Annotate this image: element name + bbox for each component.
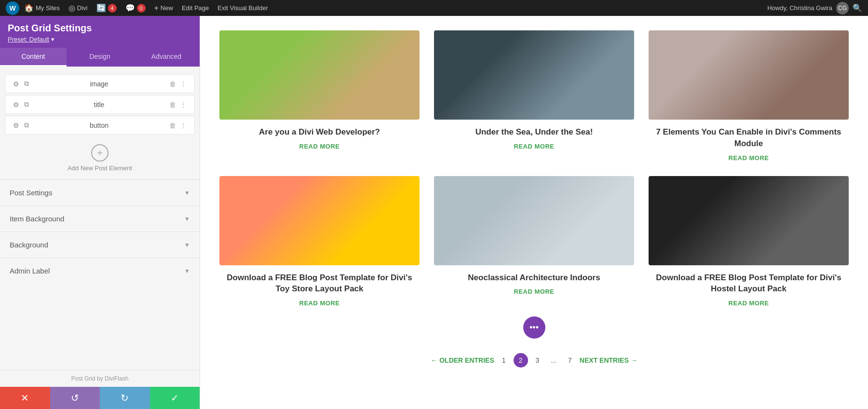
accordion-item-background[interactable]: Item Background ▼ (0, 205, 200, 232)
admin-bar-right: Howdy, Christina Gwira CG 🔍 (767, 2, 862, 14)
accordion-header-admin-label[interactable]: Admin Label ▼ (0, 258, 200, 284)
accordion-header-background[interactable]: Background ▼ (0, 232, 200, 258)
post-title-1: Are you a Divi Web Developer? (259, 126, 380, 138)
comments-item[interactable]: 💬 0 (122, 0, 149, 16)
post-card-3: 7 Elements You Can Enable in Divi's Comm… (649, 30, 849, 162)
post-card-4: Download a FREE Blog Post Template for D… (219, 176, 420, 307)
redo-button[interactable]: ↻ (100, 387, 150, 409)
post-title-6: Download a FREE Blog Post Template for D… (649, 272, 849, 295)
admin-label-label: Admin Label (10, 267, 50, 275)
tab-advanced[interactable]: Advanced (133, 48, 200, 67)
element-row-title[interactable]: ⚙ ⧉ title 🗑 ⋮ (5, 95, 195, 114)
add-circle-icon[interactable]: + (91, 144, 108, 162)
exit-builder-label: Exit Visual Builder (217, 4, 268, 12)
read-more-4[interactable]: READ MORE (299, 300, 340, 307)
element-row-button[interactable]: ⚙ ⧉ button 🗑 ⋮ (5, 116, 195, 135)
read-more-3[interactable]: READ MORE (729, 154, 769, 162)
chevron-item-background: ▼ (184, 216, 190, 222)
settings-button-icon[interactable]: ⚙ (13, 122, 19, 129)
comments-icon: 💬 (125, 3, 135, 13)
delete-image-icon[interactable]: 🗑 (169, 80, 176, 88)
post-card-2: Under the Sea, Under the Sea! READ MORE (434, 30, 634, 162)
read-more-1[interactable]: READ MORE (299, 143, 340, 150)
main-layout: Post Grid Settings Preset: Default ▾ Con… (0, 16, 868, 409)
post-image-4 (219, 176, 420, 265)
chevron-background: ▼ (184, 242, 190, 248)
post-image-2 (434, 30, 634, 120)
sidebar-preset[interactable]: Preset: Default ▾ (8, 36, 192, 43)
sidebar-title: Post Grid Settings (8, 23, 192, 34)
updates-icon: 🔄 (96, 3, 106, 13)
accordion-admin-label[interactable]: Admin Label ▼ (0, 258, 200, 284)
more-icon: ••• (529, 323, 539, 333)
drag-button-icon[interactable]: ⋮ (180, 122, 187, 129)
comments-count: 0 (137, 4, 146, 13)
divi-item[interactable]: ◎ Divi (65, 0, 92, 16)
updates-item[interactable]: 🔄 4 (93, 0, 121, 16)
post-image-6 (649, 176, 849, 265)
accordion-background[interactable]: Background ▼ (0, 232, 200, 258)
page-2-active[interactable]: 2 (514, 353, 528, 368)
element-label-title: title (34, 101, 164, 109)
read-more-6[interactable]: READ MORE (729, 300, 769, 307)
bottom-bar: ✕ ↺ ↻ ✓ (0, 387, 200, 409)
accordion-header-item-background[interactable]: Item Background ▼ (0, 206, 200, 232)
page-ellipsis: ... (547, 354, 560, 366)
copy-icon[interactable]: ⧉ (24, 80, 29, 88)
copy-button-icon[interactable]: ⧉ (24, 121, 29, 129)
post-title-2: Under the Sea, Under the Sea! (475, 126, 593, 138)
older-entries-link[interactable]: ← OLDER ENTRIES (431, 356, 494, 364)
accordion-post-settings[interactable]: Post Settings ▼ (0, 179, 200, 205)
sidebar-tabs: Content Design Advanced (0, 48, 200, 67)
tab-design[interactable]: Design (67, 48, 133, 67)
page-7[interactable]: 7 (564, 354, 576, 366)
more-button[interactable]: ••• (523, 316, 545, 339)
settings-icon[interactable]: ⚙ (13, 80, 19, 88)
my-sites-item[interactable]: 🏠 My Sites (20, 0, 64, 16)
background-label: Background (10, 241, 48, 249)
post-image-1 (219, 30, 420, 120)
save-button[interactable]: ✓ (150, 387, 200, 409)
tab-content[interactable]: Content (0, 48, 67, 67)
save-icon: ✓ (171, 392, 179, 404)
read-more-2[interactable]: READ MORE (514, 143, 555, 150)
add-new-element[interactable]: + Add New Post Element (0, 136, 200, 179)
divi-icon: ◎ (68, 3, 75, 13)
new-item[interactable]: + New (150, 0, 177, 16)
redo-icon: ↻ (121, 392, 129, 404)
settings-title-icon[interactable]: ⚙ (13, 101, 19, 109)
avatar[interactable]: CG (836, 2, 849, 14)
item-background-label: Item Background (10, 215, 64, 223)
drag-image-icon[interactable]: ⋮ (180, 80, 187, 88)
page-1[interactable]: 1 (498, 354, 510, 366)
wp-logo-icon[interactable]: W (6, 1, 19, 15)
element-row-image[interactable]: ⚙ ⧉ image 🗑 ⋮ (5, 74, 195, 93)
read-more-5[interactable]: READ MORE (514, 288, 555, 295)
accordion-header-post-settings[interactable]: Post Settings ▼ (0, 180, 200, 205)
search-icon[interactable]: 🔍 (853, 3, 862, 13)
sidebar-content: ⚙ ⧉ image 🗑 ⋮ ⚙ ⧉ title 🗑 ⋮ ⚙ ⧉ (0, 67, 200, 370)
footer-text: Post Grid by DiviFlash (71, 375, 129, 382)
next-entries-link[interactable]: NEXT ENTRIES → (580, 356, 637, 364)
post-title-3: 7 Elements You Can Enable in Divi's Comm… (649, 126, 849, 150)
plus-icon: + (154, 4, 159, 13)
copy-title-icon[interactable]: ⧉ (24, 100, 29, 109)
exit-builder-item[interactable]: Exit Visual Builder (214, 0, 272, 16)
delete-button-icon[interactable]: 🗑 (169, 122, 176, 129)
post-card-5: Neoclassical Architecture Indoors READ M… (434, 176, 634, 307)
delete-title-icon[interactable]: 🗑 (169, 101, 176, 109)
wp-admin-bar: W 🏠 My Sites ◎ Divi 🔄 4 💬 0 + New Edit P… (0, 0, 868, 16)
undo-icon: ↺ (71, 392, 79, 404)
add-element-label: Add New Post Element (68, 164, 132, 172)
my-sites-label: My Sites (36, 4, 60, 12)
edit-page-item[interactable]: Edit Page (178, 0, 213, 16)
main-content: Are you a Divi Web Developer? READ MORE … (200, 16, 868, 409)
cancel-button[interactable]: ✕ (0, 387, 50, 409)
new-label: New (161, 4, 173, 12)
page-3[interactable]: 3 (532, 354, 543, 366)
admin-bar-left: W 🏠 My Sites ◎ Divi 🔄 4 💬 0 + New Edit P… (6, 0, 272, 16)
element-label-image: image (34, 80, 164, 88)
element-actions-button: 🗑 ⋮ (169, 122, 187, 129)
drag-title-icon[interactable]: ⋮ (180, 101, 187, 109)
undo-button[interactable]: ↺ (50, 387, 100, 409)
